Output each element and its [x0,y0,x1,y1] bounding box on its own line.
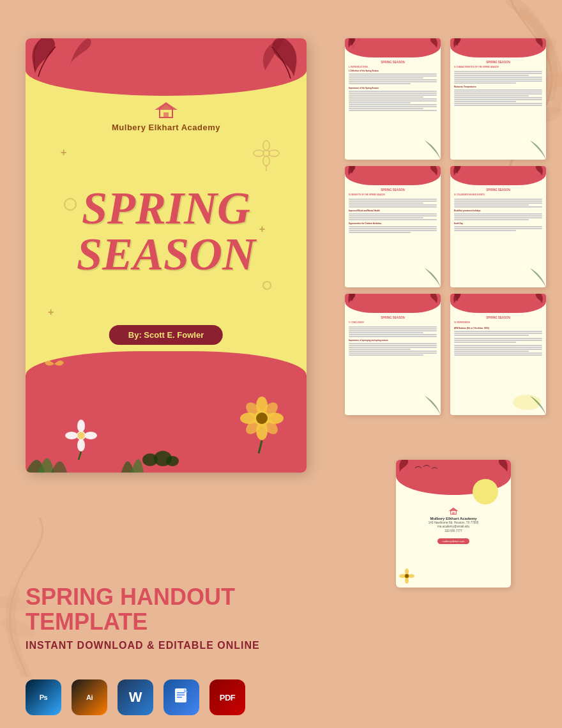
p3-s3: Opportunities for Outdoor Activities [349,222,437,225]
text-line [349,95,437,96]
text-line [454,204,529,206]
contact-phone: 333 555 7777 [402,529,505,533]
preview-page-3-header [345,166,441,185]
text-line [349,343,437,344]
text-line [349,336,437,337]
app-icons-row: Ps Ai W PDF [26,679,245,715]
text-line [349,332,423,333]
p2-s2: Raininess Temperatures [454,86,542,88]
text-line [349,102,411,103]
ps-label: Ps [40,694,47,701]
photoshop-icon[interactable]: Ps [26,679,61,715]
preview-page-5-title: SPRING SEASON [349,316,437,319]
page-subtitle: INSTANT DOWNLOAD & EDITABLE ONLINE [26,640,549,651]
svg-rect-43 [177,695,185,696]
preview-grid: SPRING SEASON I. INTRODUCTION I. Definit… [345,38,549,415]
text-line [349,213,437,215]
cover-branch-svg [64,38,96,67]
svg-point-7 [263,140,270,151]
preview-page-6-header [450,294,546,313]
text-line [349,219,437,220]
svg-point-28 [77,432,85,439]
text-line [349,199,437,200]
contact-website: mulberyelkhart.com [437,538,470,544]
text-line [349,77,423,79]
text-line [454,82,516,84]
cover-leaf-right-svg [246,38,303,83]
text-line [349,104,437,105]
text-line [454,206,542,208]
text-line [454,99,542,100]
preview-page-5: SPRING SEASON V. CONCLUSION Importance o… [345,294,441,415]
bottom-section: SPRING HANDOUT TEMPLATE INSTANT DOWNLOAD… [26,584,549,664]
text-line [454,199,542,200]
preview-page-3: SPRING SEASON III. BENEFITS OF THE SPRIN… [345,166,441,287]
text-line [349,106,437,107]
text-line [349,75,437,77]
text-line [454,97,542,98]
svg-rect-44 [177,697,182,698]
text-line [349,202,423,204]
preview-page-2-title: SPRING SEASON [454,61,542,64]
svg-point-36 [405,568,409,575]
text-line [349,108,423,109]
svg-point-21 [256,413,268,424]
preview-page-2: SPRING SEASON II. CHARACTERISTICS OF THE… [450,38,546,160]
text-line [454,347,542,348]
bottom-contact-card: Mulbery Elkhart Academy 143 Hawthorne Rd… [396,460,511,588]
p3-s2: Improved Mood and Mental Health [349,209,437,212]
text-line [349,226,437,227]
bush-svg [140,447,179,466]
grass-svg [26,441,153,473]
preview-page-1-header [345,38,441,57]
svg-point-39 [408,574,414,578]
svg-point-24 [77,420,85,432]
text-line [349,326,437,328]
pdf-icon[interactable]: PDF [209,679,245,715]
preview-page-3-subtitle: III. BENEFITS OF THE SPRING SEASON [349,193,437,196]
cover-card: Mulbery Elkhart Academy + + + SPRING SEA… [26,38,307,473]
preview-page-6: SPRING SEASON VI. REFERENCES APA Notatio… [450,294,546,415]
p5-s2: Importance of springing and spring seaso… [349,339,437,342]
text-line [349,328,437,330]
preview-page-1-sub2: I. Definition of the Spring Season [349,70,437,72]
bottom-preview-sun [473,479,498,504]
text-line [454,91,542,93]
word-icon[interactable]: W [118,679,153,715]
cover-bottom-flowers [26,351,307,473]
preview-page-5-subtitle: V. CONCLUSION [349,321,437,324]
svg-point-8 [263,156,270,166]
text-line [454,202,542,204]
text-line [454,345,542,346]
pdf-label: PDF [220,693,236,702]
google-docs-icon[interactable] [163,679,199,715]
text-line [454,340,542,341]
p4-s3: Earth Day [454,222,542,225]
preview-page-3-content: SPRING SEASON III. BENEFITS OF THE SPRIN… [345,185,441,237]
preview-page-5-header [345,294,441,313]
text-line [454,335,529,336]
text-line [349,81,437,82]
text-line [454,349,542,350]
preview-page-4-subtitle: IV. CELEBRATIONS AND EVENTS [454,193,542,196]
cover-title-area: SPRING SEASON [54,185,278,277]
contact-logo-icon [448,508,459,515]
preview-page-1-content: SPRING SEASON I. INTRODUCTION I. Definit… [345,57,441,115]
text-line [349,110,437,111]
academy-name: Mulbery Elkhart Academy [86,123,246,132]
text-line [349,93,437,94]
cover-title-season: SEASON [54,231,278,277]
word-label: W [129,689,142,706]
illustrator-icon[interactable]: Ai [72,679,107,715]
svg-point-26 [65,432,78,439]
preview-page-2-header [450,38,546,57]
preview-page-4-header [450,166,546,185]
cover-title-spring: SPRING [54,185,278,231]
text-line [454,201,542,202]
svg-point-9 [254,150,264,156]
text-line [454,77,542,78]
text-line [349,83,411,84]
deco-plus-1: + [61,147,66,158]
svg-line-22 [259,441,262,453]
text-line [349,91,437,92]
